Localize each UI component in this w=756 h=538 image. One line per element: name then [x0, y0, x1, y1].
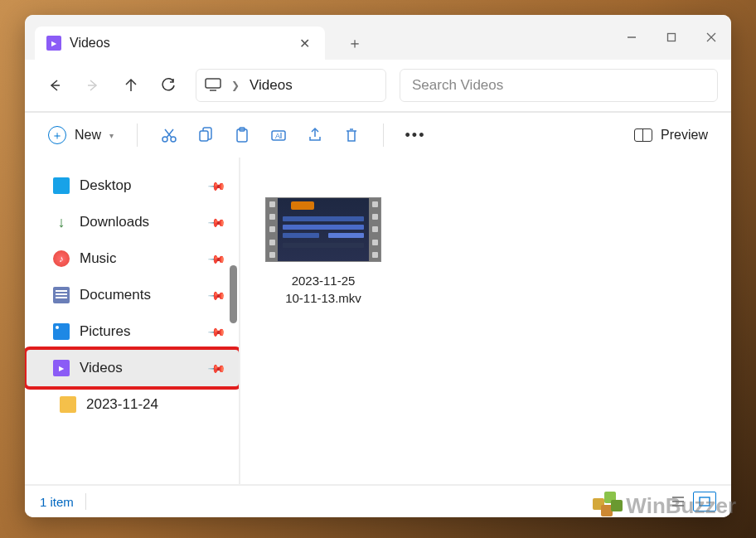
up-button[interactable]	[114, 69, 148, 102]
content-area[interactable]: 2023-11-25 10-11-13.mkv	[240, 158, 731, 484]
navigation-sidebar: Desktop 📌 ↓ Downloads 📌 ♪ Music 📌 Docume…	[25, 158, 240, 484]
details-view-button[interactable]	[666, 492, 690, 511]
sidebar-item-videos[interactable]: Videos 📌	[25, 350, 239, 386]
film-strip-left	[266, 198, 278, 261]
video-thumbnail	[265, 197, 381, 262]
svg-rect-1	[668, 34, 676, 41]
rename-button[interactable]: A	[262, 120, 295, 150]
pin-icon: 📌	[207, 358, 226, 377]
separator	[383, 124, 384, 147]
file-item[interactable]: 2023-11-25 10-11-13.mkv	[265, 197, 381, 307]
desktop-icon	[53, 177, 70, 194]
maximize-button[interactable]	[652, 19, 691, 56]
pin-icon: 📌	[207, 176, 226, 195]
minimize-button[interactable]	[612, 19, 652, 56]
sidebar-item-label: Music	[80, 250, 116, 267]
share-button[interactable]	[298, 120, 332, 150]
new-label: New	[75, 128, 101, 143]
sidebar-item-music[interactable]: ♪ Music 📌	[25, 240, 239, 277]
svg-rect-13	[200, 131, 208, 141]
pin-icon: 📌	[207, 249, 226, 268]
sidebar-item-label: Videos	[80, 360, 123, 376]
item-count: 1 item	[40, 495, 74, 509]
pin-icon: 📌	[207, 212, 226, 231]
pin-icon: 📌	[207, 285, 226, 304]
sidebar-item-label: Downloads	[80, 214, 149, 230]
monitor-icon	[205, 78, 221, 94]
downloads-icon: ↓	[53, 214, 70, 230]
pin-icon: 📌	[207, 322, 226, 341]
svg-rect-22	[700, 497, 710, 506]
refresh-button[interactable]	[153, 69, 186, 102]
chevron-down-icon: ▾	[109, 131, 114, 140]
plus-circle-icon: ＋	[48, 126, 66, 144]
paste-button[interactable]	[225, 120, 259, 150]
folder-icon	[60, 396, 76, 413]
preview-pane-icon	[634, 128, 652, 142]
sidebar-item-desktop[interactable]: Desktop 📌	[25, 167, 239, 204]
forward-button[interactable]	[76, 69, 109, 102]
sidebar-item-label: Desktop	[80, 177, 131, 194]
documents-icon	[53, 287, 70, 303]
separator	[137, 124, 138, 147]
new-button[interactable]: ＋ New ▾	[40, 121, 122, 149]
breadcrumb[interactable]: ❯ Videos	[196, 69, 386, 102]
scrollbar-thumb[interactable]	[230, 265, 237, 323]
toolbar: ＋ New ▾ A ••• Preview	[25, 111, 731, 158]
copy-button[interactable]	[189, 120, 222, 150]
view-mode-buttons	[666, 492, 716, 511]
sidebar-item-pictures[interactable]: Pictures 📌	[25, 313, 239, 350]
chevron-right-icon: ❯	[231, 80, 240, 91]
thumbnail-preview	[278, 198, 369, 261]
title-bar: Videos ✕ ＋	[25, 15, 731, 60]
close-tab-button[interactable]: ✕	[296, 36, 313, 51]
breadcrumb-label: Videos	[250, 77, 293, 94]
videos-icon	[53, 360, 70, 376]
tab-videos[interactable]: Videos ✕	[35, 27, 325, 60]
more-button[interactable]: •••	[399, 120, 432, 150]
body: Desktop 📌 ↓ Downloads 📌 ♪ Music 📌 Docume…	[25, 158, 731, 484]
separator	[85, 493, 86, 510]
sidebar-item-folder[interactable]: 2023-11-24	[25, 386, 239, 423]
explorer-window: Videos ✕ ＋	[25, 15, 731, 517]
tab-title: Videos	[70, 36, 110, 51]
preview-button[interactable]: Preview	[626, 123, 716, 148]
status-bar: 1 item	[25, 484, 731, 517]
new-tab-button[interactable]: ＋	[338, 27, 371, 60]
search-input[interactable]	[412, 77, 705, 94]
delete-button[interactable]	[335, 120, 368, 150]
music-icon: ♪	[53, 250, 70, 267]
film-strip-right	[369, 198, 380, 261]
sidebar-item-label: 2023-11-24	[86, 396, 158, 413]
navigation-bar: ❯ Videos	[25, 60, 731, 111]
close-window-button[interactable]	[691, 19, 731, 56]
thumbnails-view-button[interactable]	[693, 492, 716, 511]
sidebar-item-label: Pictures	[80, 323, 130, 340]
sidebar-item-downloads[interactable]: ↓ Downloads 📌	[25, 204, 239, 240]
sidebar-item-label: Documents	[80, 287, 151, 303]
svg-rect-7	[206, 79, 220, 88]
back-button[interactable]	[38, 69, 71, 102]
svg-text:A: A	[275, 132, 280, 140]
videos-folder-icon	[46, 36, 61, 51]
sidebar-item-documents[interactable]: Documents 📌	[25, 277, 239, 313]
window-controls	[612, 19, 731, 56]
preview-label: Preview	[661, 128, 708, 143]
pictures-icon	[53, 323, 70, 340]
search-box[interactable]	[400, 69, 718, 102]
file-name: 2023-11-25 10-11-13.mkv	[265, 272, 381, 307]
cut-button[interactable]	[153, 120, 186, 150]
